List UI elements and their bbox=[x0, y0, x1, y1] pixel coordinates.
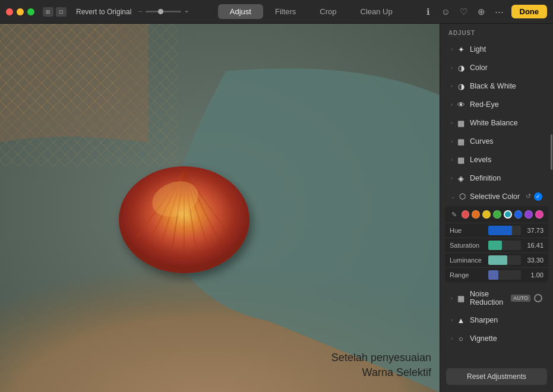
tab-adjust[interactable]: Adjust bbox=[218, 4, 263, 19]
definition-icon: ◈ bbox=[456, 173, 466, 183]
image-canvas bbox=[0, 24, 440, 392]
sidebar-toggle[interactable]: ⊞ bbox=[43, 7, 53, 17]
chevron-right-icon: › bbox=[451, 65, 453, 71]
zoom-slider[interactable] bbox=[146, 11, 181, 12]
bw-label: Black & White bbox=[470, 82, 542, 90]
revert-button[interactable]: Revert to Original bbox=[76, 8, 131, 16]
adjust-item-whitebalance[interactable]: › ▦ White Balance bbox=[443, 114, 551, 132]
whitebalance-icon: ▦ bbox=[456, 118, 466, 128]
color-label: Color bbox=[470, 64, 542, 72]
saturation-label: Saturation bbox=[450, 242, 488, 249]
range-row: Range 1.00 bbox=[445, 267, 548, 282]
levels-label: Levels bbox=[470, 156, 542, 164]
pen-tool-icon[interactable]: ✎ bbox=[450, 210, 459, 219]
swatch-pink[interactable] bbox=[535, 210, 543, 219]
adjust-item-vignette[interactable]: › ○ Vignette bbox=[443, 330, 551, 347]
chevron-right-icon: › bbox=[451, 120, 453, 126]
window-controls: ⊞ ⊡ bbox=[43, 7, 67, 17]
adjust-item-bw[interactable]: › ◑ Black & White bbox=[443, 77, 551, 95]
noise-toggle[interactable] bbox=[534, 294, 542, 302]
swatch-teal[interactable] bbox=[504, 210, 512, 219]
scrollbar-thumb[interactable] bbox=[551, 134, 552, 170]
range-slider[interactable] bbox=[488, 270, 521, 280]
hue-row: Hue 37.73 bbox=[445, 223, 548, 238]
swatch-orange[interactable] bbox=[472, 210, 480, 219]
sc-reset-icon[interactable]: ↺ bbox=[526, 192, 531, 200]
swatch-green[interactable] bbox=[493, 210, 501, 219]
close-button[interactable] bbox=[6, 8, 13, 15]
curves-icon: ▦ bbox=[456, 137, 466, 146]
chevron-right-icon: › bbox=[451, 336, 453, 342]
heart-icon[interactable]: ♡ bbox=[458, 6, 470, 18]
adjust-item-definition[interactable]: › ◈ Definition bbox=[443, 169, 551, 187]
sc-enabled-indicator[interactable]: ✓ bbox=[534, 192, 542, 201]
adjust-item-sharpen[interactable]: › ▲ Sharpen bbox=[443, 311, 551, 329]
selective-color-label: Selective Color bbox=[470, 192, 520, 201]
tab-cleanup[interactable]: Clean Up bbox=[349, 4, 405, 19]
selective-color-icon: ⬡ bbox=[459, 192, 466, 201]
whitebalance-label: White Balance bbox=[470, 119, 542, 127]
noise-icon: ▦ bbox=[456, 293, 466, 303]
emoji-icon[interactable]: ☺ bbox=[440, 6, 452, 18]
luminance-slider[interactable] bbox=[488, 255, 521, 265]
adjust-item-light[interactable]: › ✦ Light bbox=[443, 40, 551, 58]
reset-adjustments-button[interactable]: Reset Adjustments bbox=[446, 368, 547, 385]
tab-filters[interactable]: Filters bbox=[263, 4, 308, 19]
zoom-in-icon[interactable]: + bbox=[185, 8, 188, 15]
auto-badge: AUTO bbox=[511, 295, 530, 302]
redeye-icon: 👁 bbox=[456, 100, 466, 109]
more-icon[interactable]: ⋯ bbox=[494, 6, 505, 18]
selective-color-expanded: ✎ Hue 37.73 Saturation 16.41 bbox=[445, 206, 548, 282]
saturation-slider[interactable] bbox=[488, 241, 521, 250]
adjust-panel: ADJUST › ✦ Light › ◑ Color › ◑ Black & W… bbox=[440, 24, 553, 392]
titlebar: ⊞ ⊡ Revert to Original − + Adjust Filter… bbox=[0, 0, 553, 24]
definition-label: Definition bbox=[470, 174, 542, 182]
share-icon[interactable]: ⊕ bbox=[476, 6, 488, 18]
zoom-controls: − + bbox=[138, 8, 188, 15]
swatch-purple[interactable] bbox=[524, 210, 533, 219]
chevron-right-icon: › bbox=[451, 83, 453, 89]
noise-label: Noise Reduction bbox=[470, 290, 508, 306]
swatch-blue[interactable] bbox=[514, 210, 523, 219]
panel-header: ADJUST bbox=[440, 24, 553, 40]
saturation-value: 16.41 bbox=[524, 242, 543, 249]
fullscreen-button[interactable] bbox=[27, 8, 34, 15]
chevron-down-icon: ⌄ bbox=[451, 194, 456, 200]
sc-actions: ↺ ✓ bbox=[526, 192, 542, 201]
range-fill bbox=[488, 270, 498, 280]
swatch-red[interactable] bbox=[462, 210, 470, 219]
caption-line2: Warna Selektif bbox=[331, 365, 431, 380]
hue-value: 37.73 bbox=[524, 227, 543, 234]
tab-crop[interactable]: Crop bbox=[308, 4, 348, 19]
nav-tabs: Adjust Filters Crop Clean Up bbox=[200, 4, 422, 19]
luminance-fill bbox=[488, 255, 507, 265]
adjust-item-redeye[interactable]: › 👁 Red-Eye bbox=[443, 96, 551, 113]
saturation-row: Saturation 16.41 bbox=[445, 238, 548, 252]
hue-fill bbox=[488, 226, 512, 235]
curves-label: Curves bbox=[470, 137, 542, 146]
vignette-icon: ○ bbox=[456, 334, 466, 343]
info-icon[interactable]: ℹ bbox=[422, 6, 434, 18]
minimize-button[interactable] bbox=[17, 8, 24, 15]
swatch-yellow[interactable] bbox=[482, 210, 491, 219]
adjust-item-curves[interactable]: › ▦ Curves bbox=[443, 132, 551, 150]
layout-toggle[interactable]: ⊡ bbox=[56, 7, 67, 17]
hue-label: Hue bbox=[450, 227, 488, 234]
chevron-right-icon: › bbox=[451, 138, 453, 144]
chevron-right-icon: › bbox=[451, 295, 453, 301]
adjust-item-color[interactable]: › ◑ Color bbox=[443, 59, 551, 77]
chevron-right-icon: › bbox=[451, 317, 453, 323]
caption-line1: Setelah penyesuaian bbox=[331, 350, 431, 365]
adjust-item-noise[interactable]: › ▦ Noise Reduction AUTO bbox=[443, 286, 551, 311]
light-icon: ✦ bbox=[456, 45, 466, 54]
levels-icon: ▦ bbox=[456, 155, 466, 165]
bw-icon: ◑ bbox=[456, 81, 466, 91]
chevron-right-icon: › bbox=[451, 175, 453, 181]
selective-color-header[interactable]: ⌄ ⬡ Selective Color ↺ ✓ bbox=[443, 188, 551, 205]
range-label: Range bbox=[450, 271, 488, 279]
hue-slider[interactable] bbox=[488, 226, 521, 235]
traffic-lights bbox=[6, 8, 34, 15]
adjust-item-levels[interactable]: › ▦ Levels bbox=[443, 151, 551, 169]
zoom-out-icon[interactable]: − bbox=[138, 8, 142, 15]
done-button[interactable]: Done bbox=[511, 5, 548, 18]
